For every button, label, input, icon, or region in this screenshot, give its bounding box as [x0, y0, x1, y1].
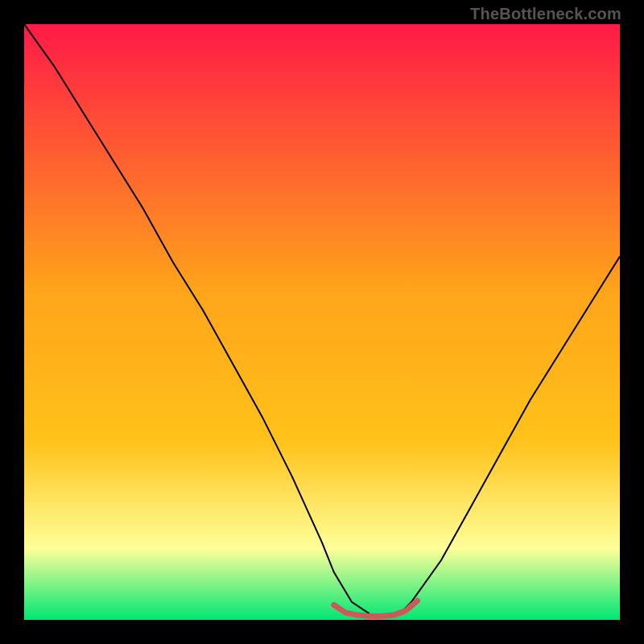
plot-area	[24, 24, 620, 620]
gradient-background	[24, 24, 620, 620]
watermark-text: TheBottleneck.com	[470, 5, 621, 23]
chart-svg	[24, 24, 620, 620]
chart-container: TheBottleneck.com	[0, 0, 644, 644]
